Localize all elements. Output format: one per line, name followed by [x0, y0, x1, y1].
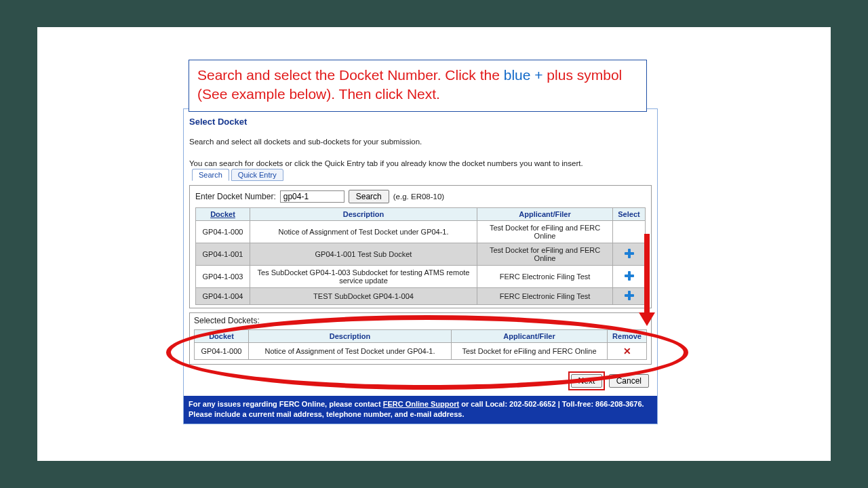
- table-row: GP04-1-000Notice of Assignment of Test D…: [196, 221, 646, 243]
- instruction-callout: Search and select the Docket Number. Cli…: [189, 60, 647, 112]
- cell-applicant: FERC Electronic Filing Test: [477, 266, 613, 288]
- tab-search[interactable]: Search: [192, 169, 229, 181]
- cell-applicant: Test Docket for eFiling and FERC Online: [452, 343, 608, 360]
- cell-applicant: Test Docket for eFiling and FERC Online: [477, 243, 613, 266]
- selected-section: Selected Dockets: Docket Description App…: [189, 312, 652, 365]
- footer-support-link[interactable]: FERC Online Support: [383, 400, 459, 408]
- sel-col-remove: Remove: [608, 330, 647, 343]
- cell-description: TEST SubDocket GP04-1-004: [250, 288, 477, 305]
- table-row: GP04-1-000Notice of Assignment of Test D…: [195, 343, 647, 360]
- cell-docket: GP04-1-004: [196, 288, 250, 305]
- next-button[interactable]: Next: [571, 374, 603, 388]
- sel-col-applicant: Applicant/Filer: [452, 330, 608, 343]
- table-row: GP04-1-003Tes SubDocket GP04-1-003 Subdo…: [196, 266, 646, 288]
- selected-table: Docket Description Applicant/Filer Remov…: [194, 329, 647, 360]
- instruction-text-1b: plus symbol: [547, 67, 622, 83]
- results-table: Docket Description Applicant/Filer Selec…: [195, 207, 646, 305]
- instruction-text-2: (See example below). Then click Next.: [197, 86, 440, 102]
- cell-docket: GP04-1-000: [196, 221, 250, 243]
- panel-subtext: You can search for dockets or click the …: [189, 159, 652, 167]
- next-highlight: Next: [568, 371, 606, 390]
- cell-applicant: FERC Electronic Filing Test: [477, 288, 613, 305]
- selected-title: Selected Dockets:: [190, 313, 651, 329]
- footer-bar: For any issues regarding FERC Online, pl…: [184, 396, 657, 424]
- search-section: Enter Docket Number: Search (e.g. ER08-1…: [189, 185, 652, 308]
- panel-intro: Search and select all dockets and sub-do…: [189, 138, 652, 146]
- search-button[interactable]: Search: [349, 190, 389, 203]
- search-hint: (e.g. ER08-10): [393, 192, 444, 201]
- cell-docket: GP04-1-003: [196, 266, 250, 288]
- tab-bar: Search Quick Entry: [192, 169, 652, 181]
- sel-col-docket: Docket: [195, 330, 249, 343]
- cell-description: GP04-1-001 Test Sub Docket: [250, 243, 477, 266]
- panel-title: Select Docket: [189, 117, 652, 127]
- cell-description: Notice of Assignment of Test Docket unde…: [250, 221, 477, 243]
- plus-icon[interactable]: [625, 271, 634, 281]
- cell-docket: GP04-1-000: [195, 343, 249, 360]
- tab-quick-entry[interactable]: Quick Entry: [231, 169, 283, 181]
- col-select: Select: [613, 208, 646, 221]
- footer-pre: For any issues regarding FERC Online, pl…: [189, 400, 383, 408]
- instruction-blue: blue +: [504, 67, 547, 83]
- cell-description: Notice of Assignment of Test Docket unde…: [249, 343, 452, 360]
- cell-applicant: Test Docket for eFiling and FERC Online: [477, 221, 613, 243]
- col-docket[interactable]: Docket: [210, 210, 235, 218]
- action-row: Next Cancel: [189, 367, 652, 396]
- plus-icon[interactable]: [625, 291, 634, 300]
- docket-input-label: Enter Docket Number:: [195, 192, 276, 201]
- select-docket-panel: Select Docket Search and select all dock…: [183, 108, 658, 424]
- cell-docket: GP04-1-001: [196, 243, 250, 266]
- table-row: GP04-1-001GP04-1-001 Test Sub DocketTest…: [196, 243, 646, 266]
- table-row: GP04-1-004TEST SubDocket GP04-1-004FERC …: [196, 288, 646, 305]
- cancel-button[interactable]: Cancel: [609, 374, 649, 388]
- col-applicant: Applicant/Filer: [477, 208, 613, 221]
- sel-col-description: Description: [249, 330, 452, 343]
- plus-icon[interactable]: [625, 249, 634, 258]
- instruction-text-1: Search and select the Docket Number. Cli…: [197, 67, 504, 83]
- cell-description: Tes SubDocket GP04-1-003 Subdocket for t…: [250, 266, 477, 288]
- col-description: Description: [250, 208, 477, 221]
- remove-icon[interactable]: ✕: [623, 346, 631, 357]
- docket-input[interactable]: [280, 190, 344, 203]
